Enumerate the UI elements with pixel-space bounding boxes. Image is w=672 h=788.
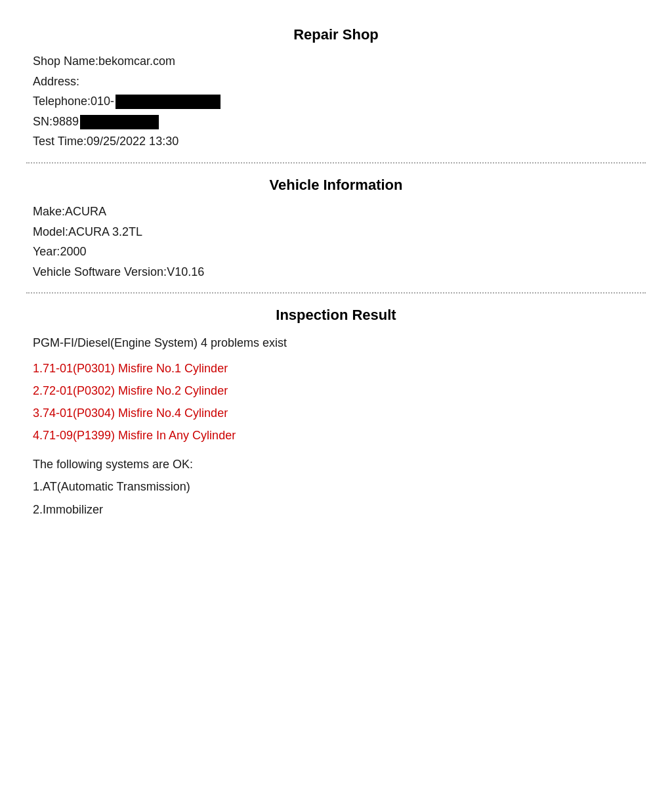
year-line: Year:2000 [33, 242, 639, 262]
report-page: Repair Shop Shop Name:bekomcar.com Addre… [26, 26, 646, 521]
year-label: Year: [33, 245, 60, 258]
inspection-result-content: PGM-FI/Diesel(Engine System) 4 problems … [26, 332, 646, 521]
ok-header: The following systems are OK: [33, 453, 639, 475]
error-item-2: 2.72-01(P0302) Misfire No.2 Cylinder [33, 380, 639, 402]
ok-list: 1.AT(Automatic Transmission) 2.Immobiliz… [33, 475, 639, 520]
software-label: Vehicle Software Version: [33, 265, 167, 278]
sn-value: 9889 [52, 115, 79, 128]
shop-name-line: Shop Name:bekomcar.com [33, 51, 639, 72]
model-label: Model: [33, 225, 68, 238]
telephone-label: Telephone: [33, 95, 91, 108]
error-item-3: 3.74-01(P0304) Misfire No.4 Cylinder [33, 402, 639, 424]
repair-shop-title: Repair Shop [26, 26, 646, 43]
vehicle-info-title: Vehicle Information [26, 177, 646, 194]
shop-name-value: bekomcar.com [98, 55, 175, 68]
make-line: Make:ACURA [33, 202, 639, 222]
inspection-result-title: Inspection Result [26, 307, 646, 324]
problem-summary: PGM-FI/Diesel(Engine System) 4 problems … [33, 332, 639, 354]
divider-2 [26, 292, 646, 294]
error-list: 1.71-01(P0301) Misfire No.1 Cylinder 2.7… [33, 357, 639, 447]
year-value: 2000 [60, 245, 86, 258]
address-line: Address: [33, 72, 639, 92]
telephone-redacted [116, 95, 220, 109]
telephone-value: 010- [91, 95, 114, 108]
inspection-result-section: Inspection Result PGM-FI/Diesel(Engine S… [26, 307, 646, 521]
vehicle-info-content: Make:ACURA Model:ACURA 3.2TL Year:2000 V… [26, 202, 646, 282]
sn-redacted [80, 115, 159, 129]
error-item-4: 4.71-09(P1399) Misfire In Any Cylinder [33, 424, 639, 447]
test-time-label: Test Time: [33, 135, 87, 148]
ok-item-1: 1.AT(Automatic Transmission) [33, 475, 639, 498]
error-item-1: 1.71-01(P0301) Misfire No.1 Cylinder [33, 357, 639, 380]
address-label: Address: [33, 75, 79, 88]
shop-name-label: Shop Name: [33, 55, 98, 68]
test-time-line: Test Time:09/25/2022 13:30 [33, 131, 639, 152]
telephone-line: Telephone:010- [33, 91, 639, 112]
software-line: Vehicle Software Version:V10.16 [33, 262, 639, 282]
model-value: ACURA 3.2TL [68, 225, 142, 238]
test-time-value: 09/25/2022 13:30 [87, 135, 178, 148]
repair-shop-content: Shop Name:bekomcar.com Address: Telephon… [26, 51, 646, 152]
sn-label: SN: [33, 115, 52, 128]
sn-line: SN:9889 [33, 112, 639, 132]
model-line: Model:ACURA 3.2TL [33, 222, 639, 242]
divider-1 [26, 162, 646, 164]
software-value: V10.16 [167, 265, 204, 278]
make-value: ACURA [65, 205, 106, 218]
vehicle-info-section: Vehicle Information Make:ACURA Model:ACU… [26, 177, 646, 282]
repair-shop-section: Repair Shop Shop Name:bekomcar.com Addre… [26, 26, 646, 152]
ok-item-2: 2.Immobilizer [33, 498, 639, 521]
make-label: Make: [33, 205, 65, 218]
